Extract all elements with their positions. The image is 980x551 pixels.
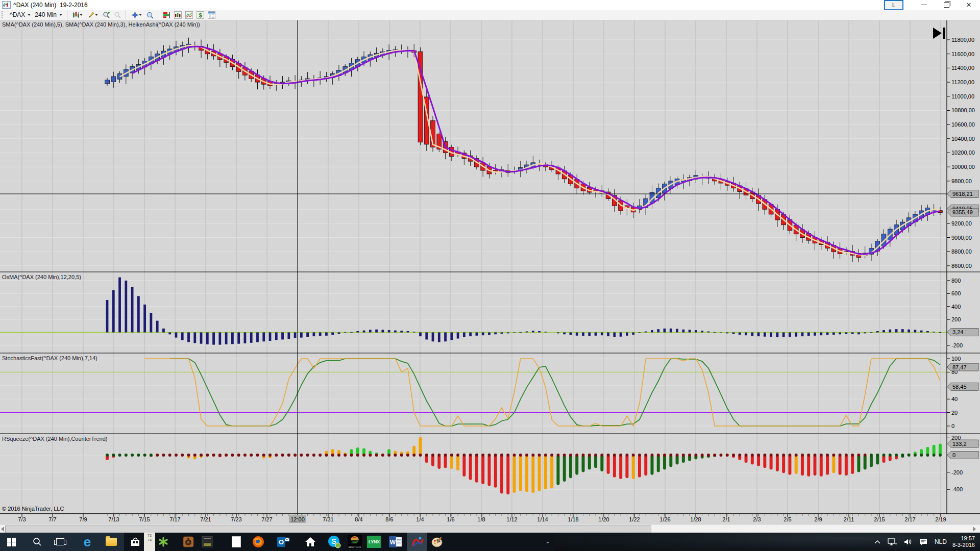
taskbar: e 73 74 O xyxy=(0,533,980,551)
svg-text:7/31: 7/31 xyxy=(323,516,333,522)
svg-text:800: 800 xyxy=(951,278,961,284)
navigate-button[interactable] xyxy=(129,10,143,19)
svg-text:10000,00: 10000,00 xyxy=(951,164,975,170)
edge-button[interactable]: e xyxy=(77,533,97,551)
start-button[interactable] xyxy=(1,533,21,551)
svg-text:200: 200 xyxy=(951,316,961,322)
zoom-in-button[interactable] xyxy=(101,10,111,19)
mini-chart-button[interactable] xyxy=(184,10,194,19)
chevron-up-icon xyxy=(874,540,880,544)
svg-text:2/5: 2/5 xyxy=(783,516,791,522)
chevron-down-icon xyxy=(95,14,98,16)
chart-style-button[interactable] xyxy=(70,10,85,19)
toolbar-separator xyxy=(67,11,67,19)
close-button[interactable]: ✕ xyxy=(958,0,980,10)
chevron-down-icon[interactable]: ⌄ xyxy=(545,538,550,545)
markets-app-button[interactable]: MARKETS.COM xyxy=(345,533,365,551)
pycharm-button[interactable] xyxy=(153,533,174,551)
file-explorer-button[interactable] xyxy=(101,533,121,551)
svg-text:7/15: 7/15 xyxy=(139,516,150,522)
restore-button[interactable] xyxy=(935,0,958,10)
svg-text:11600,00: 11600,00 xyxy=(951,51,974,57)
chart-canvas[interactable]: 11800,0011600,0011400,0011200,0011000,00… xyxy=(0,0,980,524)
svg-text:8/6: 8/6 xyxy=(385,516,393,522)
news-panel-button[interactable] xyxy=(206,10,216,19)
language-indicator[interactable]: NLD xyxy=(935,538,947,545)
notification-button[interactable] xyxy=(919,538,927,545)
skype-button[interactable]: S xyxy=(324,533,345,551)
search-button[interactable] xyxy=(27,533,47,551)
drawing-tools-button[interactable] xyxy=(86,10,100,19)
game-button[interactable] xyxy=(197,533,217,551)
svg-text:8800,00: 8800,00 xyxy=(951,248,972,255)
svg-text:1/20: 1/20 xyxy=(598,516,609,522)
game-cover-icon xyxy=(202,536,213,547)
magnifier-icon xyxy=(146,11,154,19)
network-button[interactable] xyxy=(888,538,897,545)
svg-text:7/23: 7/23 xyxy=(231,516,241,522)
network-icon xyxy=(888,538,897,545)
clock[interactable]: 19:57 8-3-2016 xyxy=(952,535,975,548)
paint-button[interactable] xyxy=(427,533,448,551)
speaker-icon xyxy=(904,538,912,545)
chart-area[interactable]: 11800,0011600,0011400,0011200,0011000,00… xyxy=(0,0,980,524)
svg-text:1/22: 1/22 xyxy=(629,516,640,522)
market-analyzer-icon xyxy=(163,11,170,19)
svg-text:1/8: 1/8 xyxy=(477,516,485,522)
scroll-left-arrow-icon[interactable] xyxy=(1,527,4,532)
svg-text:2/17: 2/17 xyxy=(904,516,915,522)
minimize-button[interactable] xyxy=(913,0,935,10)
volume-button[interactable] xyxy=(904,538,912,545)
svg-text:3,24: 3,24 xyxy=(952,329,963,335)
firefox-button[interactable] xyxy=(248,533,268,551)
home-button[interactable] xyxy=(300,533,321,551)
market-analyzer-button[interactable] xyxy=(161,10,172,19)
svg-text:8600,00: 8600,00 xyxy=(951,263,972,269)
task-view-button[interactable] xyxy=(50,533,70,551)
firefox-icon xyxy=(252,536,264,548)
svg-text:1/6: 1/6 xyxy=(447,516,454,522)
chart-trader-button[interactable] xyxy=(173,10,183,19)
interval-selector[interactable]: 240 Min xyxy=(33,10,64,19)
store-bag-icon xyxy=(131,537,140,546)
word-icon: W xyxy=(389,535,402,548)
axis-marker: 58,45 xyxy=(947,383,979,390)
interval-value: 240 Min xyxy=(35,11,57,18)
markets-label: MARKETS.COM xyxy=(348,546,361,548)
notepad-button[interactable] xyxy=(226,533,247,551)
chart-window-icon xyxy=(2,1,11,9)
svg-text:8/4: 8/4 xyxy=(355,516,362,522)
zoom-out-icon xyxy=(114,11,121,19)
lynx-button[interactable]: LYNX xyxy=(364,533,384,551)
scroll-right-arrow-icon[interactable] xyxy=(973,527,976,532)
svg-text:10200,00: 10200,00 xyxy=(951,149,975,156)
svg-text:11000,00: 11000,00 xyxy=(951,93,974,99)
zoom-out-button[interactable] xyxy=(112,10,122,19)
svg-text:9618,21: 9618,21 xyxy=(952,191,973,197)
compass-icon xyxy=(131,11,139,19)
word-button[interactable]: W xyxy=(385,533,406,551)
outlook-button[interactable]: O xyxy=(273,533,293,551)
clock-date: 8-3-2016 xyxy=(952,542,975,548)
clock-time: 19:57 xyxy=(952,535,975,542)
ninjatrader-button[interactable] xyxy=(407,533,427,551)
svg-text:7/3: 7/3 xyxy=(18,516,26,522)
horizontal-scrollbar[interactable] xyxy=(0,524,980,533)
link-button[interactable]: L xyxy=(884,0,903,10)
tray-expand-button[interactable] xyxy=(874,540,880,544)
store-button[interactable] xyxy=(125,533,145,551)
svg-text:7/21: 7/21 xyxy=(200,516,211,522)
svg-text:7/9: 7/9 xyxy=(79,516,87,522)
svg-text:2/15: 2/15 xyxy=(874,516,885,522)
data-box-button[interactable] xyxy=(144,10,155,19)
instrument-selector[interactable]: ^DAX xyxy=(8,10,33,19)
speaker-app-button[interactable] xyxy=(178,533,199,551)
svg-text:-200: -200 xyxy=(951,469,963,475)
minimize-icon xyxy=(921,5,927,5)
svg-text:600: 600 xyxy=(951,290,961,296)
svg-text:W: W xyxy=(390,539,396,546)
scrollbar-thumb[interactable] xyxy=(5,525,651,533)
toolbar-grip[interactable] xyxy=(2,11,5,18)
account-button[interactable]: $ xyxy=(195,10,205,19)
svg-text:133,2: 133,2 xyxy=(952,441,967,447)
